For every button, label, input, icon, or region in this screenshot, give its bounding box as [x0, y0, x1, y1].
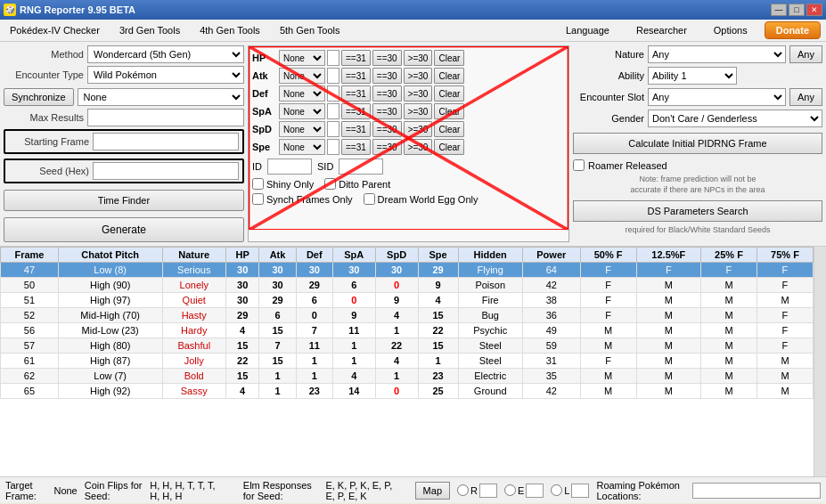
atk-clear[interactable]: Clear: [434, 68, 464, 84]
l-input-field[interactable]: [571, 484, 589, 498]
spe-blank[interactable]: [327, 139, 339, 155]
cell-hp: 30: [225, 293, 258, 308]
menu-options[interactable]: Options: [704, 21, 757, 39]
col-spe: Spe: [418, 248, 458, 263]
seed-hex-input[interactable]: 3BCC5CA9C89FCF1B: [93, 162, 239, 180]
generate-button[interactable]: Generate: [4, 217, 244, 242]
donate-button[interactable]: Donate: [765, 21, 821, 39]
table-row[interactable]: 50High (90)Lonely303029609Poison42FMMF: [1, 278, 814, 293]
spa-gt30[interactable]: >=30: [404, 103, 433, 119]
id-row: ID 0 SID 0: [252, 159, 565, 175]
ds-params-button[interactable]: DS Parameters Search: [573, 200, 822, 222]
spe-eq30[interactable]: ==30: [372, 139, 402, 155]
spd-eq31[interactable]: ==31: [341, 121, 371, 137]
table-row[interactable]: 56Mid-Low (23)Hardy415711122Psychic49MMM…: [1, 323, 814, 338]
radio-l-input[interactable]: [551, 484, 562, 496]
cell-f125: M: [636, 293, 700, 308]
atk-blank[interactable]: [327, 68, 339, 84]
def-gt30[interactable]: >=30: [404, 85, 433, 102]
cell-frame: 61: [1, 354, 59, 369]
table-inner[interactable]: Frame Chatot Pitch Nature HP Atk Def SpA…: [0, 247, 814, 476]
radio-e-input[interactable]: [504, 484, 516, 496]
def-select[interactable]: None: [279, 85, 325, 102]
table-row[interactable]: 51High (97)Quiet30296094Fire38FMMM: [1, 293, 814, 308]
hp-blank[interactable]: [327, 50, 339, 66]
dream-world-egg-check[interactable]: [364, 193, 375, 205]
menu-3rdgen[interactable]: 3rd Gen Tools: [110, 21, 190, 39]
spd-select[interactable]: None: [279, 121, 325, 137]
id-input[interactable]: 0: [267, 159, 312, 175]
calc-pidrng-button[interactable]: Calculate Initial PIDRNG Frame: [573, 133, 822, 154]
menu-5thgen[interactable]: 5th Gen Tools: [270, 21, 350, 39]
def-eq31[interactable]: ==31: [341, 85, 371, 102]
def-eq30[interactable]: ==30: [372, 85, 402, 102]
table-row[interactable]: 47Low (8)Serious303030303029Flying64FFFF: [1, 263, 814, 278]
spa-select[interactable]: None: [279, 103, 325, 119]
atk-gt30[interactable]: >=30: [404, 68, 433, 84]
hp-select[interactable]: None: [279, 50, 325, 66]
def-clear[interactable]: Clear: [434, 85, 464, 102]
spd-gt30[interactable]: >=30: [404, 121, 433, 137]
scrollbar[interactable]: [814, 247, 826, 476]
close-button[interactable]: ✕: [806, 4, 822, 16]
synch-frames-check[interactable]: [252, 193, 264, 205]
spa-clear[interactable]: Clear: [434, 103, 464, 119]
r-input-field[interactable]: [479, 484, 497, 498]
spe-clear[interactable]: Clear: [434, 139, 464, 155]
menu-researcher[interactable]: Researcher: [626, 21, 697, 39]
spa-eq31[interactable]: ==31: [341, 103, 371, 119]
ability-select[interactable]: Ability 1: [648, 67, 737, 85]
nature-select[interactable]: Any: [648, 45, 786, 63]
synchronize-button[interactable]: Synchronize: [4, 88, 74, 106]
hp-clear[interactable]: Clear: [434, 50, 464, 66]
cell-def: 1: [296, 369, 332, 384]
encounter-slot-select[interactable]: Any: [648, 88, 786, 106]
roaming-input[interactable]: [692, 483, 821, 499]
table-row[interactable]: 62Low (7)Bold15114123Electric35MMMM: [1, 369, 814, 384]
map-button[interactable]: Map: [415, 482, 450, 500]
hp-eq30[interactable]: ==30: [372, 50, 402, 66]
e-input-field[interactable]: [526, 484, 544, 498]
synchronize-select[interactable]: None: [78, 88, 244, 106]
shiny-only-check[interactable]: [252, 178, 264, 190]
table-row[interactable]: 52Mid-High (70)Hasty29609415Bug36FMMF: [1, 308, 814, 323]
max-results-input[interactable]: 100000: [87, 109, 244, 126]
spa-blank[interactable]: [327, 103, 339, 119]
table-section: Frame Chatot Pitch Nature HP Atk Def SpA…: [0, 246, 826, 476]
cell-def: 0: [296, 308, 332, 323]
cell-f125: M: [636, 384, 700, 399]
atk-eq31[interactable]: ==31: [341, 68, 371, 84]
nature-any-button[interactable]: Any: [789, 45, 822, 63]
spd-blank[interactable]: [327, 121, 339, 137]
encounter-type-select[interactable]: Wild Pokémon: [87, 66, 244, 84]
spd-clear[interactable]: Clear: [434, 121, 464, 137]
table-row[interactable]: 57High (80)Bashful1571112215Steel59MMMF: [1, 338, 814, 354]
table-row[interactable]: 65High (92)Sassy412314025Ground42MMMM: [1, 384, 814, 399]
col-spa: SpA: [332, 248, 375, 263]
atk-eq30[interactable]: ==30: [372, 68, 402, 84]
sid-input[interactable]: 0: [339, 159, 383, 175]
maximize-button[interactable]: □: [789, 4, 805, 16]
time-finder-button[interactable]: Time Finder: [4, 190, 244, 211]
minimize-button[interactable]: —: [771, 4, 787, 16]
table-row[interactable]: 61High (87)Jolly22151141Steel31FMMM: [1, 354, 814, 369]
spa-eq30[interactable]: ==30: [372, 103, 402, 119]
encounter-any-button[interactable]: Any: [789, 88, 822, 106]
radio-r-input[interactable]: [457, 484, 469, 496]
method-select[interactable]: Wondercard (5th Gen): [87, 45, 244, 63]
ditto-parent-check[interactable]: [324, 178, 336, 190]
roamer-released-check[interactable]: [573, 159, 585, 171]
spe-gt30[interactable]: >=30: [404, 139, 433, 155]
def-blank[interactable]: [327, 85, 339, 102]
atk-select[interactable]: None: [279, 68, 325, 84]
spe-select[interactable]: None: [279, 139, 325, 155]
hp-eq31[interactable]: ==31: [341, 50, 371, 66]
menu-4thgen[interactable]: 4th Gen Tools: [190, 21, 270, 39]
hp-gt30[interactable]: >=30: [404, 50, 433, 66]
spd-eq30[interactable]: ==30: [372, 121, 402, 137]
menu-pokedex[interactable]: Pokédex-IV Checker: [0, 21, 110, 39]
spe-eq31[interactable]: ==31: [341, 139, 371, 155]
menu-language[interactable]: Language: [556, 21, 619, 39]
starting-frame-input[interactable]: 43: [93, 133, 239, 150]
gender-select[interactable]: Don't Care / Genderless: [648, 110, 822, 127]
